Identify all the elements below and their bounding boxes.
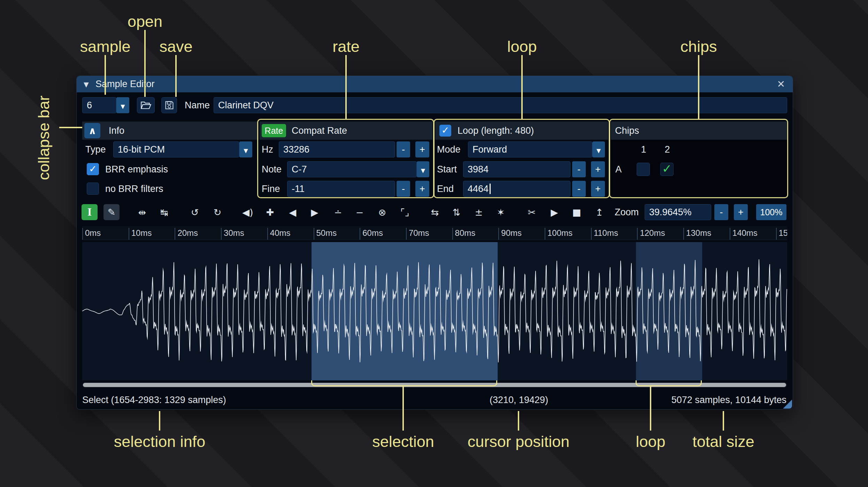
create-wavetable-button[interactable]: ↥: [591, 204, 607, 220]
preview-sample-button[interactable]: ▶: [546, 204, 562, 220]
annotation-label-sample: sample: [80, 38, 130, 56]
timeline-tick: 100ms: [545, 228, 573, 240]
timeline-tick: 90ms: [498, 228, 522, 240]
save-sample-button[interactable]: [161, 97, 177, 113]
chevron-down-icon: ▼: [244, 147, 248, 154]
fade-in-button[interactable]: ◀: [285, 204, 301, 220]
annotation-line-selection: [402, 386, 404, 431]
annotation-label-collapse-bar: collapse bar: [35, 81, 53, 180]
status-bar: Select (1654-2983: 1329 samples) (3210, …: [77, 391, 793, 409]
timeline-tick: 150ms: [776, 228, 788, 240]
type-label: Type: [85, 141, 106, 157]
annotation-bracket-selection: [311, 380, 497, 386]
apply-silence-button[interactable]: −: [352, 204, 368, 220]
annotation-label-chips: chips: [680, 38, 717, 56]
selection-info-text: Select (1654-2983: 1329 samples): [82, 391, 226, 409]
collapse-bar-button[interactable]: ∧: [84, 123, 100, 138]
waveform-display[interactable]: [82, 242, 787, 380]
annotation-label-save: save: [159, 38, 192, 56]
timeline-tick: 110ms: [591, 228, 618, 240]
annotation-outline-rate: [257, 119, 434, 198]
annotation-line-open: [144, 30, 146, 97]
annotation-outline-chips: [609, 119, 788, 198]
annotation-line-save: [175, 55, 177, 97]
sample-number-select[interactable]: 6: [82, 97, 116, 113]
timeline-tick: 70ms: [406, 228, 429, 240]
annotation-label-selection: selection: [372, 433, 434, 451]
timeline-tick: 80ms: [452, 228, 476, 240]
timeline-tick: 0ms: [82, 228, 101, 240]
total-size-text: 5072 samples, 10144 bytes: [671, 391, 786, 409]
chevron-down-icon: ▼: [121, 103, 125, 110]
sample-type-dropdown-button[interactable]: ▼: [239, 141, 252, 157]
annotation-line-sample: [105, 55, 106, 95]
invert-button[interactable]: ⇅: [448, 204, 464, 220]
sign-invert-button[interactable]: ±: [471, 204, 487, 220]
zoom-label: Zoom: [615, 204, 639, 220]
edit-mode-draw-button[interactable]: ✎: [103, 204, 120, 220]
zoom-input[interactable]: 39.9645%: [645, 204, 711, 220]
amplify-button[interactable]: ◀): [240, 204, 256, 220]
resize-button[interactable]: ⇹: [134, 204, 150, 220]
timeline-tick: 60ms: [360, 228, 383, 240]
stop-preview-button[interactable]: ■: [569, 204, 585, 220]
fade-out-button[interactable]: ▶: [307, 204, 323, 220]
annotation-label-rate: rate: [332, 38, 360, 56]
annotation-label-selection-info: selection info: [114, 433, 206, 451]
annotation-line-cursor-position: [518, 411, 519, 431]
timeline-tick: 10ms: [129, 228, 152, 240]
annotation-bracket-loop: [636, 380, 702, 386]
sample-name-input[interactable]: Clarinet DQV: [214, 97, 787, 113]
annotation-line-total-size: [723, 411, 724, 431]
info-panel: ∧ Info Type 16-bit PCM ▼ BRR emphasis no…: [82, 122, 259, 197]
edit-mode-select-button[interactable]: I: [82, 204, 98, 220]
annotation-line-chips: [698, 55, 699, 119]
zoom-out-button[interactable]: -: [714, 204, 728, 220]
resample-button[interactable]: ↹: [156, 204, 172, 220]
filter-button[interactable]: ✶: [493, 204, 509, 220]
timeline-tick: 20ms: [175, 228, 198, 240]
annotation-line-loop-bottom: [650, 386, 651, 431]
undo-button[interactable]: ↺: [187, 204, 203, 220]
cursor-position-text: (3210, 19429): [490, 391, 548, 409]
delete-button[interactable]: ⊗: [374, 204, 390, 220]
window-resize-grip[interactable]: [783, 400, 792, 409]
redo-button[interactable]: ↻: [209, 204, 225, 220]
trim-button[interactable]: ⌜⌟: [397, 204, 413, 220]
name-label: Name: [185, 97, 210, 113]
close-icon[interactable]: ✕: [777, 78, 785, 90]
normalize-button[interactable]: ✚: [262, 204, 278, 220]
crossfade-loop-button[interactable]: ✂: [524, 204, 540, 220]
annotation-line-collapse-bar: [59, 127, 82, 128]
timeline-tick: 130ms: [683, 228, 711, 240]
timeline-ruler[interactable]: 0ms10ms20ms30ms40ms50ms60ms70ms80ms90ms1…: [82, 226, 787, 240]
sample-toolbar: I✎⇹↹↺↻◀)✚◀▶∸−⊗⌜⌟⇆⇅±✶✂▶■↥ Zoom 39.9645% -…: [77, 204, 793, 220]
insert-silence-button[interactable]: ∸: [330, 204, 346, 220]
annotation-label-cursor-position: cursor position: [468, 433, 570, 451]
annotation-label-loop: loop: [507, 38, 537, 56]
zoom-reset-button[interactable]: 100%: [756, 204, 786, 220]
timeline-tick: 120ms: [637, 228, 665, 240]
timeline-tick: 30ms: [221, 228, 244, 240]
zoom-in-button[interactable]: +: [734, 204, 748, 220]
timeline-tick: 40ms: [267, 228, 291, 240]
no-brr-filters-label: no BRR filters: [105, 181, 163, 197]
timeline-tick: 140ms: [730, 228, 758, 240]
brr-emphasis-label: BRR emphasis: [105, 161, 168, 177]
timeline-tick: 50ms: [314, 228, 337, 240]
sample-type-select[interactable]: 16-bit PCM: [113, 141, 239, 157]
no-brr-filters-checkbox[interactable]: [87, 183, 99, 195]
annotation-line-loop: [521, 55, 523, 119]
annotation-label-open: open: [128, 13, 162, 31]
annotation-label-total-size: total size: [692, 433, 754, 451]
reverse-button[interactable]: ⇆: [427, 204, 443, 220]
window-titlebar: ▼ Sample Editor ✕: [77, 76, 793, 92]
annotation-label-loop-bottom: loop: [636, 433, 665, 451]
folder-open-icon: [140, 101, 152, 110]
open-sample-button[interactable]: [137, 97, 155, 113]
chevron-up-icon: ∧: [89, 125, 97, 137]
annotation-outline-loop: [433, 119, 610, 198]
brr-emphasis-checkbox[interactable]: [87, 163, 99, 175]
sample-number-dropdown-button[interactable]: ▼: [116, 97, 129, 113]
window-collapse-icon[interactable]: ▼: [84, 80, 89, 88]
